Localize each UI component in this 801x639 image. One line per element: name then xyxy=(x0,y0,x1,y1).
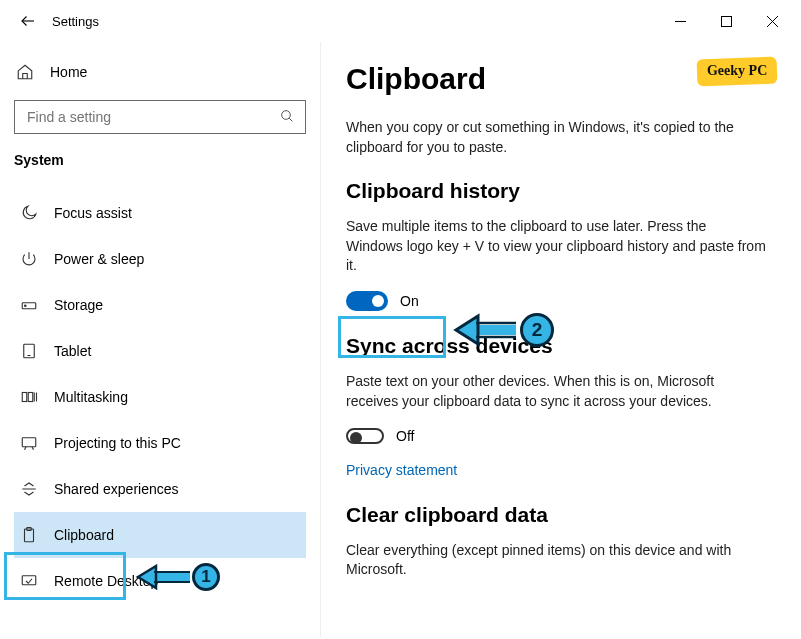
sidebar-home-label: Home xyxy=(50,64,87,80)
power-icon xyxy=(18,250,40,268)
clipboard-icon xyxy=(18,526,40,544)
svg-point-7 xyxy=(25,305,27,307)
tablet-icon xyxy=(18,342,40,360)
svg-rect-1 xyxy=(721,16,731,26)
back-button[interactable] xyxy=(6,0,50,42)
share-icon xyxy=(18,480,40,498)
brand-watermark: Geeky PC xyxy=(697,58,777,85)
svg-point-4 xyxy=(282,110,291,119)
svg-line-5 xyxy=(289,118,292,121)
clipboard-history-toggle[interactable] xyxy=(346,291,388,311)
sidebar-item-label: Tablet xyxy=(54,343,91,359)
sidebar-item-projecting[interactable]: Projecting to this PC xyxy=(14,420,306,466)
search-icon xyxy=(279,108,295,127)
brand-text: Geeky PC xyxy=(707,63,767,79)
clipboard-history-desc: Save multiple items to the clipboard to … xyxy=(346,217,766,276)
sidebar-section-title: System xyxy=(14,152,306,168)
timeline-icon xyxy=(18,388,40,406)
clipboard-history-heading: Clipboard history xyxy=(346,179,773,203)
page-intro: When you copy or cut something in Window… xyxy=(346,118,766,157)
annotation-highlight-2 xyxy=(338,316,446,358)
sidebar-item-focus-assist[interactable]: Focus assist xyxy=(14,190,306,236)
sidebar-item-label: Power & sleep xyxy=(54,251,144,267)
sidebar-item-storage[interactable]: Storage xyxy=(14,282,306,328)
sidebar-item-power-sleep[interactable]: Power & sleep xyxy=(14,236,306,282)
minimize-button[interactable] xyxy=(657,6,703,36)
clipboard-history-toggle-label: On xyxy=(400,293,419,309)
drive-icon xyxy=(18,296,40,314)
search-field[interactable] xyxy=(25,108,279,126)
home-icon xyxy=(14,63,36,81)
sidebar-item-label: Shared experiences xyxy=(54,481,179,497)
sidebar-item-label: Storage xyxy=(54,297,103,313)
sidebar-item-tablet[interactable]: Tablet xyxy=(14,328,306,374)
sidebar-item-label: Clipboard xyxy=(54,527,114,543)
sync-toggle-label: Off xyxy=(396,428,414,444)
sync-toggle[interactable] xyxy=(346,428,384,444)
sidebar-item-multitasking[interactable]: Multitasking xyxy=(14,374,306,420)
sidebar-item-label: Projecting to this PC xyxy=(54,435,181,451)
moon-icon xyxy=(18,204,40,222)
sidebar-item-label: Multitasking xyxy=(54,389,128,405)
projecting-icon xyxy=(18,434,40,452)
search-input[interactable] xyxy=(14,100,306,134)
sync-desc: Paste text on your other devices. When t… xyxy=(346,372,766,411)
close-button[interactable] xyxy=(749,6,795,36)
annotation-highlight-1 xyxy=(4,552,126,600)
svg-rect-11 xyxy=(28,393,33,402)
svg-rect-14 xyxy=(22,438,36,447)
clear-heading: Clear clipboard data xyxy=(346,503,773,527)
privacy-statement-link[interactable]: Privacy statement xyxy=(346,462,457,478)
sidebar-item-label: Focus assist xyxy=(54,205,132,221)
sidebar-item-home[interactable]: Home xyxy=(14,52,306,92)
maximize-button[interactable] xyxy=(703,6,749,36)
sidebar-item-shared-experiences[interactable]: Shared experiences xyxy=(14,466,306,512)
clear-desc: Clear everything (except pinned items) o… xyxy=(346,541,766,580)
window-title: Settings xyxy=(52,14,99,29)
svg-rect-10 xyxy=(22,393,27,402)
